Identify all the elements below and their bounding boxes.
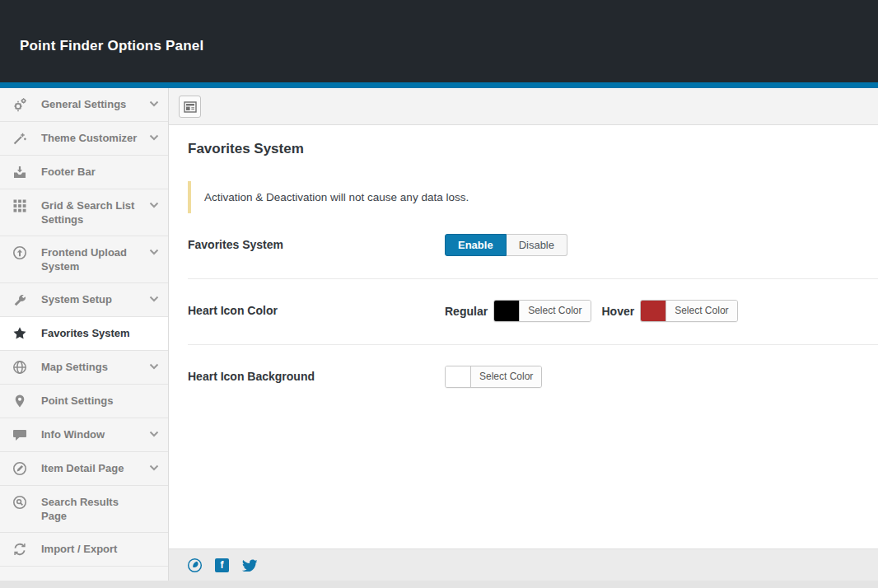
sidebar-nav: General SettingsTheme CustomizerFooter B… — [0, 88, 169, 581]
content-toolbar — [169, 88, 878, 125]
heart-icon-background-row: Heart Icon Background Select Color — [188, 345, 878, 410]
hover-color-swatch — [641, 301, 666, 321]
sidebar-item-label: Footer Bar — [41, 165, 142, 179]
grid-icon — [12, 198, 28, 213]
sidebar-item-info-window[interactable]: Info Window — [0, 418, 168, 452]
chevron-down-icon — [149, 296, 160, 303]
chevron-down-icon — [149, 431, 160, 438]
disable-button[interactable]: Disable — [507, 234, 567, 256]
select-color-label: Select Color — [471, 366, 541, 387]
sidebar-item-label: System Setup — [41, 292, 142, 306]
select-color-label: Select Color — [520, 301, 590, 321]
chevron-down-icon — [149, 134, 160, 142]
search-circle-icon — [12, 495, 28, 510]
sidebar-item-theme-customizer[interactable]: Theme Customizer — [0, 122, 168, 156]
hover-color-picker-button[interactable]: Select Color — [640, 300, 737, 322]
gears-icon — [12, 97, 28, 112]
envato-icon[interactable] — [187, 558, 203, 573]
sync-icon — [12, 542, 28, 557]
layout-toggle-button[interactable] — [179, 96, 201, 118]
regular-label: Regular — [445, 305, 488, 318]
sidebar-item-search-results-page[interactable]: Search Results Page — [0, 486, 168, 533]
sidebar-item-frontend-upload-system[interactable]: Frontend Upload System — [0, 236, 168, 283]
settings-page: Favorites System Activation & Deactivati… — [169, 125, 878, 548]
info-notice: Activation & Deactivation will not cause… — [188, 181, 878, 213]
globe-icon — [12, 360, 28, 375]
sidebar-item-label: Import / Export — [41, 542, 142, 556]
enable-disable-toggle: Enable Disable — [445, 234, 567, 256]
enable-button[interactable]: Enable — [445, 234, 507, 256]
heart-icon-color-label: Heart Icon Color — [188, 300, 445, 317]
hover-label: Hover — [602, 305, 635, 318]
chevron-down-icon — [149, 202, 160, 209]
sidebar-item-label: Map Settings — [41, 360, 142, 374]
map-pin-icon — [12, 394, 28, 408]
layout-icon — [184, 101, 197, 113]
content-area: Favorites System Activation & Deactivati… — [169, 88, 878, 581]
wrench-icon — [12, 292, 28, 307]
heart-icon-background-label: Heart Icon Background — [188, 366, 445, 383]
chevron-down-icon — [149, 363, 160, 371]
sidebar-item-map-settings[interactable]: Map Settings — [0, 351, 168, 385]
facebook-icon[interactable]: f — [215, 558, 229, 572]
select-color-label: Select Color — [666, 301, 736, 321]
sidebar-item-label: Theme Customizer — [41, 131, 142, 145]
chevron-down-icon — [149, 100, 160, 108]
page-title: Favorites System — [188, 141, 878, 157]
sidebar-item-label: General Settings — [41, 97, 142, 111]
favorites-system-label: Favorites System — [188, 234, 445, 251]
chevron-down-icon — [149, 464, 160, 472]
sidebar-item-footer-bar[interactable]: Footer Bar — [0, 156, 168, 189]
regular-color-swatch — [494, 301, 520, 321]
sidebar-item-label: Search Results Page — [41, 495, 142, 523]
background-color-swatch — [446, 366, 471, 387]
options-panel: Point Finder Options Panel General Setti… — [0, 0, 878, 581]
sidebar-item-label: Item Detail Page — [41, 461, 142, 475]
speech-bubble-icon — [12, 427, 28, 442]
twitter-icon[interactable] — [241, 558, 257, 572]
sidebar-item-label: Frontend Upload System — [41, 245, 142, 273]
sidebar-item-label: Info Window — [41, 427, 142, 441]
sidebar-item-general-settings[interactable]: General Settings — [0, 88, 168, 122]
favorites-system-row: Favorites System Enable Disable — [188, 213, 878, 279]
sidebar-item-system-setup[interactable]: System Setup — [0, 283, 168, 317]
chevron-down-icon — [149, 249, 160, 256]
sidebar-item-point-settings[interactable]: Point Settings — [0, 385, 168, 418]
panel-header: Point Finder Options Panel — [0, 0, 878, 82]
sidebar-item-import-export[interactable]: Import / Export — [0, 533, 168, 567]
regular-color-picker-button[interactable]: Select Color — [493, 300, 591, 322]
sidebar-item-item-detail-page[interactable]: Item Detail Page — [0, 452, 168, 486]
background-color-picker-button[interactable]: Select Color — [445, 366, 542, 388]
sidebar-item-label: Point Settings — [41, 394, 142, 408]
content-footer: f — [169, 548, 878, 581]
star-icon — [12, 326, 28, 341]
facebook-letter: f — [221, 560, 224, 570]
sidebar-item-label: Grid & Search List Settings — [41, 198, 142, 226]
notice-text: Activation & Deactivation will not cause… — [204, 191, 469, 203]
sidebar-item-label: Favorites System — [41, 326, 142, 340]
upload-circle-icon — [12, 245, 28, 260]
edit-circle-icon — [12, 461, 28, 476]
magic-wand-icon — [12, 131, 28, 146]
sidebar-item-favorites-system[interactable]: Favorites System — [0, 317, 168, 351]
heart-icon-color-row: Heart Icon Color Regular Select Color Ho… — [188, 279, 878, 345]
accent-line — [0, 82, 878, 88]
footer-bar-icon — [12, 165, 28, 180]
sidebar-item-grid-search-list-settings[interactable]: Grid & Search List Settings — [0, 189, 168, 236]
panel-title: Point Finder Options Panel — [20, 38, 203, 54]
